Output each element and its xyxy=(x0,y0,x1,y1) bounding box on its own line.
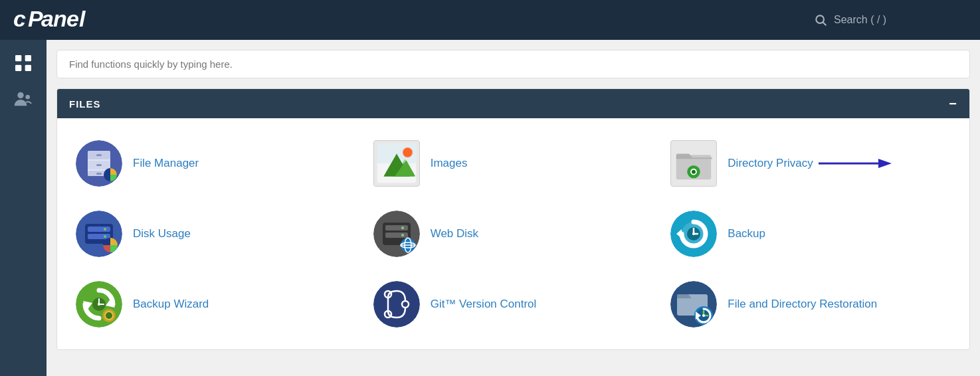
images-label: Images xyxy=(431,157,468,170)
git-version-control-label: Git™ Version Control xyxy=(431,298,537,311)
list-item[interactable]: File and Directory Restoration xyxy=(665,276,956,333)
files-section-header: FILES − xyxy=(57,89,969,118)
svg-rect-9 xyxy=(25,55,31,61)
files-section-title: FILES xyxy=(69,98,101,110)
sidebar-item-users[interactable] xyxy=(10,86,37,113)
svg-point-85 xyxy=(702,314,705,317)
logo[interactable]: c P a n e l xyxy=(13,5,100,35)
file-manager-icon xyxy=(76,140,122,187)
files-items-grid: File Manager xyxy=(70,135,956,333)
file-directory-restoration-icon xyxy=(670,281,717,328)
svg-marker-38 xyxy=(878,159,892,168)
svg-rect-20 xyxy=(96,164,102,166)
directory-privacy-icon xyxy=(670,140,717,187)
search-icon xyxy=(814,13,827,27)
svg-point-43 xyxy=(104,228,106,231)
web-disk-icon xyxy=(373,211,420,257)
svg-point-13 xyxy=(25,95,30,100)
svg-point-51 xyxy=(401,234,404,236)
sidebar xyxy=(0,40,47,376)
svg-point-62 xyxy=(692,233,695,235)
svg-rect-19 xyxy=(96,154,102,156)
svg-rect-21 xyxy=(96,173,102,175)
arrow-annotation xyxy=(819,154,892,173)
svg-point-12 xyxy=(17,92,23,98)
files-section-collapse[interactable]: − xyxy=(949,97,957,110)
svg-point-36 xyxy=(692,170,696,174)
backup-wizard-label: Backup Wizard xyxy=(133,298,209,311)
svg-point-44 xyxy=(104,235,106,238)
file-manager-label: File Manager xyxy=(133,157,199,170)
svg-text:e: e xyxy=(66,6,79,31)
disk-usage-icon xyxy=(76,211,122,257)
svg-rect-41 xyxy=(88,227,110,232)
file-directory-restoration-label: File and Directory Restoration xyxy=(728,298,877,311)
backup-wizard-icon xyxy=(76,281,122,328)
svg-text:n: n xyxy=(53,6,67,31)
header: c P a n e l xyxy=(0,0,980,40)
directory-privacy-label: Directory Privacy xyxy=(728,157,813,170)
list-item[interactable]: Web Disk xyxy=(368,205,659,262)
files-section: FILES − xyxy=(56,88,970,350)
svg-point-73 xyxy=(373,281,420,328)
main-content: FILES − xyxy=(47,40,980,376)
svg-rect-8 xyxy=(15,55,21,61)
git-version-control-icon xyxy=(373,281,420,328)
list-item[interactable]: Backup xyxy=(665,205,956,262)
list-item[interactable]: Disk Usage xyxy=(70,205,361,262)
svg-point-69 xyxy=(98,303,100,306)
list-item[interactable]: Git™ Version Control xyxy=(368,276,659,333)
svg-point-31 xyxy=(403,148,412,157)
web-disk-label: Web Disk xyxy=(431,227,478,240)
files-section-body: File Manager xyxy=(57,118,969,349)
svg-point-6 xyxy=(816,15,824,23)
images-icon xyxy=(373,140,420,187)
function-search-input[interactable] xyxy=(56,50,970,78)
svg-rect-11 xyxy=(25,65,31,71)
svg-rect-48 xyxy=(385,225,408,231)
svg-rect-42 xyxy=(88,234,110,239)
directory-privacy-label-area: Directory Privacy xyxy=(728,154,891,173)
svg-text:c: c xyxy=(13,6,26,31)
svg-text:l: l xyxy=(79,6,86,31)
list-item[interactable]: Backup Wizard xyxy=(70,276,361,333)
svg-point-72 xyxy=(106,312,112,319)
svg-point-50 xyxy=(401,227,404,229)
header-search-input[interactable] xyxy=(834,14,967,26)
disk-usage-label: Disk Usage xyxy=(133,227,191,240)
list-item[interactable]: Images xyxy=(368,135,659,192)
list-item[interactable]: File Manager xyxy=(70,135,361,192)
svg-text:a: a xyxy=(41,6,54,31)
backup-label: Backup xyxy=(728,227,765,240)
backup-icon xyxy=(670,211,717,257)
svg-rect-10 xyxy=(15,65,21,71)
list-item[interactable]: Directory Privacy xyxy=(665,135,956,192)
svg-rect-49 xyxy=(385,233,408,238)
header-search-area xyxy=(814,13,967,27)
body-layout: FILES − xyxy=(0,40,980,376)
svg-line-7 xyxy=(823,23,827,26)
sidebar-item-grid[interactable] xyxy=(10,50,37,76)
